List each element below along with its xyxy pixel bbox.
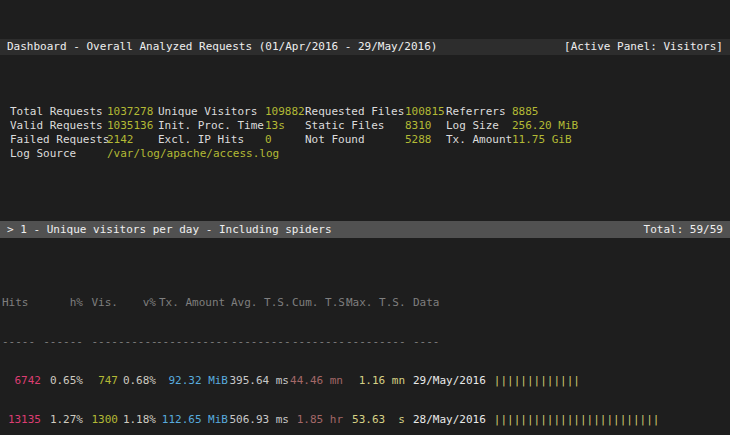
summary-value: 100815 (405, 105, 446, 119)
hits-cell: 13135 (0, 413, 41, 426)
summary-label: Unique Visitors (158, 105, 265, 119)
summary-section: Total Requests1037278Unique Visitors1098… (0, 105, 730, 161)
summary-value: 13s (265, 119, 305, 133)
divider-row: ----- ------ ---- ------ ----------- ---… (0, 335, 730, 348)
visitors-table: Hits h% Vis. v% Tx. Amount Avg. T.S. Cum… (0, 270, 730, 435)
hits-pct-cell: 1.27% (41, 413, 83, 426)
avg-ts-cell: 395.64 ms (228, 374, 289, 387)
summary-value: 256.20 MiB (512, 119, 730, 133)
visitor-row[interactable]: 131351.27%13001.18%112.65 MiB506.93 ms1.… (0, 413, 730, 426)
summary-label: Valid Requests (10, 119, 107, 133)
panel-title: > 1 - Unique visitors per day - Includin… (7, 221, 332, 238)
summary-value: 2142 (107, 133, 158, 147)
summary-label: Total Requests (10, 105, 107, 119)
summary-value: 11.75 GiB (512, 133, 730, 147)
summary-label: Not Found (305, 133, 405, 147)
column-header-row: Hits h% Vis. v% Tx. Amount Avg. T.S. Cum… (0, 296, 730, 309)
summary-label: Static Files (305, 119, 405, 133)
active-panel-indicator: [Active Panel: Visitors] (564, 39, 723, 55)
bar-chart: ||||||||||||| (494, 374, 580, 387)
summary-label: Log Size (446, 119, 512, 133)
goaccess-dashboard: Dashboard - Overall Analyzed Requests (0… (0, 0, 730, 435)
hits-cell: 6742 (0, 374, 41, 387)
visitors-cell: 1300 (83, 413, 118, 426)
tx-amount-cell: 92.32 MiB (156, 374, 228, 387)
bar-chart: ||||||||||||||||||||||||| (494, 413, 660, 426)
col-header-cum-ts: Cum. T.S. (289, 296, 343, 309)
summary-label: Excl. IP Hits (158, 133, 265, 147)
max-ts-cell: 1.16 mn (343, 374, 405, 387)
col-header-tx-amount: Tx. Amount (156, 296, 228, 309)
visitors-pct-cell: 1.18% (118, 413, 156, 426)
summary-value: 5288 (405, 133, 446, 147)
summary-label: Failed Requests (10, 133, 107, 147)
hits-pct-cell: 0.65% (41, 374, 83, 387)
dashboard-title: Dashboard - Overall Analyzed Requests (0… (7, 39, 437, 55)
summary-label: Tx. Amount (446, 133, 512, 147)
title-bar: Dashboard - Overall Analyzed Requests (0… (0, 39, 730, 55)
cum-ts-cell: 44.46 mn (289, 374, 343, 387)
col-header-data: Data (405, 296, 730, 309)
panel-header-visitors[interactable]: > 1 - Unique visitors per day - Includin… (0, 221, 730, 238)
summary-value: 1037278 (107, 105, 158, 119)
log-source-path: /var/log/apache/access.log (107, 147, 730, 161)
tx-amount-cell: 112.65 MiB (156, 413, 228, 426)
cum-ts-cell: 1.85 hr (289, 413, 343, 426)
summary-value: 8885 (512, 105, 730, 119)
col-header-visitors-pct: v% (118, 296, 156, 309)
visitors-cell: 747 (83, 374, 118, 387)
col-header-visitors: Vis. (83, 296, 118, 309)
summary-value: 1035136 (107, 119, 158, 133)
visitor-row[interactable]: 67420.65%7470.68%92.32 MiB395.64 ms44.46… (0, 374, 730, 387)
summary-label: Init. Proc. Time (158, 119, 265, 133)
summary-value: 109882 (265, 105, 305, 119)
summary-label: Referrers (446, 105, 512, 119)
panel-total: Total: 59/59 (644, 221, 723, 238)
col-header-hits-pct: h% (41, 296, 83, 309)
summary-label: Requested Files (305, 105, 405, 119)
col-header-max-ts: Max. T.S. (343, 296, 405, 309)
col-header-hits: Hits (0, 296, 41, 309)
date-cell: 28/May/2016 (413, 413, 486, 426)
log-source-label: Log Source (10, 147, 107, 161)
summary-value: 0 (265, 133, 305, 147)
visitors-pct-cell: 0.68% (118, 374, 156, 387)
summary-value: 8310 (405, 119, 446, 133)
col-header-avg-ts: Avg. T.S. (228, 296, 289, 309)
avg-ts-cell: 506.93 ms (228, 413, 289, 426)
max-ts-cell: 53.63 s (343, 413, 405, 426)
date-cell: 29/May/2016 (413, 374, 486, 387)
